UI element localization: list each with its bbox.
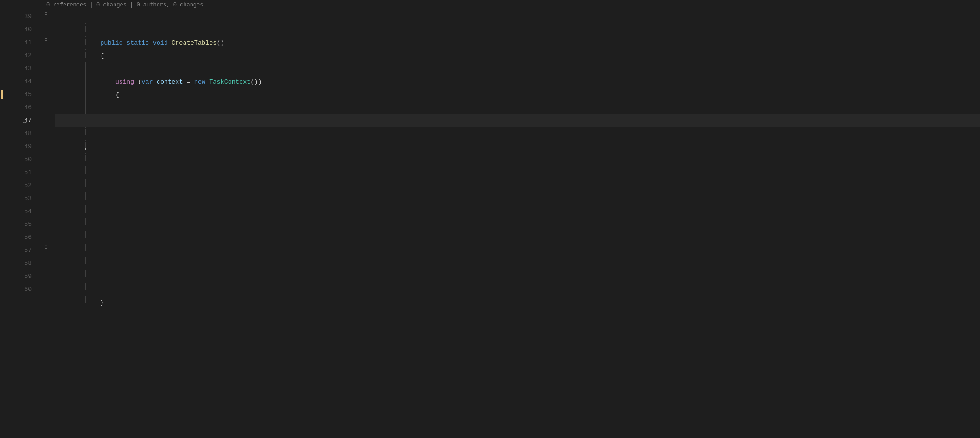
line-num-55: 55	[0, 218, 37, 231]
fold-39[interactable]: ⊟	[42, 10, 50, 16]
code-line-59: }	[55, 270, 980, 283]
i-beam-cursor: |	[941, 384, 943, 396]
line-num-48: 48	[0, 127, 37, 140]
code-line-54	[55, 205, 980, 218]
code-line-45: }	[55, 88, 980, 101]
line-numbers: 39 40 41 42 43 44 45 46 ✏️ 47 48 49 50 5…	[0, 10, 42, 438]
line-num-54: 54	[0, 205, 37, 218]
code-line-50	[55, 153, 980, 166]
code-line-55	[55, 218, 980, 231]
line-num-40: 40	[0, 23, 37, 36]
fold-gutter: ⊟ ⊟ ⊟	[42, 10, 51, 438]
line-num-45: 45	[0, 88, 37, 101]
code-line-49	[55, 140, 980, 153]
code-line-40: {	[55, 23, 980, 36]
line-num-49: 49	[0, 140, 37, 153]
line-num-53: 53	[0, 192, 37, 205]
code-lines[interactable]: public static void CreateTables() { usin…	[51, 10, 980, 438]
code-line-51	[55, 166, 980, 179]
line-num-46: 46	[0, 101, 37, 114]
line-num-60: 60	[0, 283, 37, 296]
line-num-51: 51	[0, 166, 37, 179]
line-num-50: 50	[0, 153, 37, 166]
code-line-48	[55, 127, 980, 140]
line-num-56: 56	[0, 231, 37, 244]
line-num-41: 41	[0, 36, 37, 49]
editor-container: 0 references | 0 changes | 0 authors, 0 …	[0, 0, 980, 438]
line-num-43: 43	[0, 62, 37, 75]
code-line-41: using (var context = new TaskContext())	[55, 36, 980, 49]
indent-guide-col	[51, 10, 51, 438]
code-line-57	[55, 244, 980, 257]
line-num-59: 59	[0, 270, 37, 283]
code-line-60	[55, 283, 980, 296]
code-line-47	[55, 114, 980, 127]
code-line-39: public static void CreateTables()	[55, 10, 980, 23]
meta-info: 0 references | 0 changes | 0 authors, 0 …	[46, 2, 203, 8]
line-num-58: 58	[0, 257, 37, 270]
code-line-44: }	[55, 75, 980, 88]
code-line-46	[55, 101, 980, 114]
code-line-42: {	[55, 49, 980, 62]
fold-41[interactable]: ⊟	[42, 36, 50, 42]
code-area: 39 40 41 42 43 44 45 46 ✏️ 47 48 49 50 5…	[0, 10, 980, 438]
top-bar: 0 references | 0 changes | 0 authors, 0 …	[0, 0, 980, 10]
code-line-43: context.Database.ExecuteSqlRaw("CREATE T…	[55, 62, 980, 75]
line-num-44: 44	[0, 75, 37, 88]
line-num-57: 57	[0, 244, 37, 257]
code-line-56	[55, 231, 980, 244]
line-num-42: 42	[0, 49, 37, 62]
fold-59[interactable]: ⊟	[42, 244, 50, 250]
code-line-53	[55, 192, 980, 205]
line-num-47: ✏️ 47	[0, 114, 37, 127]
line-num-39: 39	[0, 10, 37, 23]
code-line-52	[55, 179, 980, 192]
line-num-52: 52	[0, 179, 37, 192]
code-line-58	[55, 257, 980, 270]
